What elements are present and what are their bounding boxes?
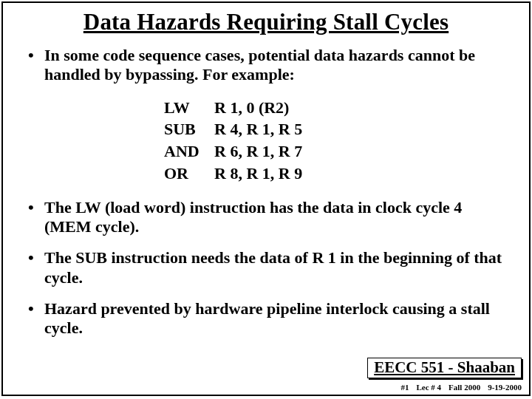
code-row: AND R 6, R 1, R 7 [164, 140, 508, 163]
bullet-sub: The SUB instruction needs the data of R … [24, 248, 508, 287]
bullet-list: In some code sequence cases, potential d… [24, 46, 508, 85]
code-row: SUB R 4, R 1, R 5 [164, 118, 508, 140]
code-operands: R 6, R 1, R 7 [214, 140, 302, 163]
footer-lecture: Lec # 4 [416, 383, 441, 392]
footer-page: #1 [400, 383, 409, 392]
code-mnemonic: SUB [164, 118, 214, 140]
code-mnemonic: AND [164, 140, 214, 163]
code-operands: R 1, 0 (R2) [214, 97, 289, 119]
bullet-list-lower: The LW (load word) instruction has the d… [24, 198, 508, 338]
bullet-lw: The LW (load word) instruction has the d… [24, 198, 508, 237]
code-row: OR R 8, R 1, R 9 [164, 163, 508, 185]
bullet-intro: In some code sequence cases, potential d… [24, 46, 508, 85]
footer-term: Fall 2000 [449, 383, 480, 392]
footer-date: 9-19-2000 [488, 383, 522, 392]
course-footer-box: EECC 551 - Shaaban [367, 358, 522, 378]
footer-meta: #1 Lec # 4 Fall 2000 9-19-2000 [400, 383, 522, 392]
code-mnemonic: LW [164, 97, 214, 119]
code-block: LW R 1, 0 (R2) SUB R 4, R 1, R 5 AND R 6… [24, 97, 508, 185]
code-mnemonic: OR [164, 163, 214, 185]
code-operands: R 4, R 1, R 5 [214, 118, 302, 140]
code-row: LW R 1, 0 (R2) [164, 97, 508, 119]
slide-frame: Data Hazards Requiring Stall Cycles In s… [1, 1, 531, 396]
code-operands: R 8, R 1, R 9 [214, 163, 302, 185]
bullet-hazard: Hazard prevented by hardware pipeline in… [24, 299, 508, 338]
slide-title: Data Hazards Requiring Stall Cycles [24, 9, 508, 35]
